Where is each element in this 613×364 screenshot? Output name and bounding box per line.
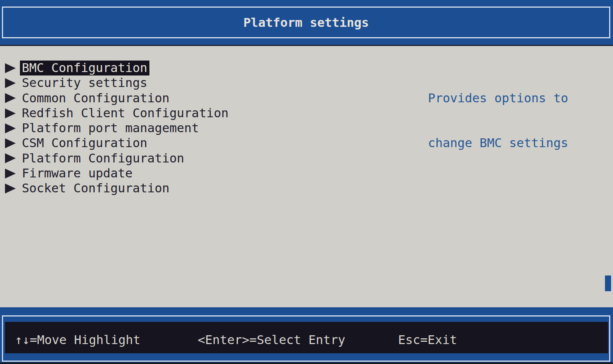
page-title: Platform settings <box>243 15 369 30</box>
menu-item-platform-port-management[interactable]: Platform port management <box>0 121 230 136</box>
menu-item-csm-configuration[interactable]: CSM Configuration <box>0 136 230 151</box>
submenu-arrow-icon <box>5 93 22 103</box>
submenu-arrow-icon <box>5 138 22 148</box>
menu-item-redfish-client-configuration[interactable]: Redfish Client Configuration <box>0 106 230 121</box>
menu-list: BMC Configuration Security settings Comm… <box>0 61 230 196</box>
menu-item-label: Platform port management <box>20 121 201 136</box>
submenu-arrow-icon <box>5 63 22 73</box>
menu-item-label: Platform Configuration <box>20 151 186 166</box>
title-frame: Platform settings <box>2 7 610 38</box>
submenu-arrow-icon <box>5 78 22 88</box>
menu-item-label: Socket Configuration <box>20 181 171 196</box>
footer-bottom-edge <box>0 362 613 364</box>
menu-item-label: CSM Configuration <box>20 136 149 151</box>
menu-item-label: Firmware update <box>20 166 134 181</box>
help-panel: Provides options to change BMC settings <box>428 61 568 181</box>
bios-setup-screen: Platform settings BMC Configuration Secu… <box>0 0 613 364</box>
menu-item-label: Common Configuration <box>20 91 171 106</box>
menu-item-platform-configuration[interactable]: Platform Configuration <box>0 151 230 166</box>
menu-item-common-configuration[interactable]: Common Configuration <box>0 91 230 106</box>
main-area: BMC Configuration Security settings Comm… <box>0 46 613 307</box>
menu-item-bmc-configuration[interactable]: BMC Configuration <box>0 61 230 75</box>
menu-item-label: Security settings <box>20 75 149 90</box>
help-text-line: change BMC settings <box>428 136 568 151</box>
title-bar: Platform settings <box>0 0 613 45</box>
hotkey-select-entry: <Enter>=Select Entry <box>198 322 345 356</box>
submenu-arrow-icon <box>5 169 22 179</box>
help-text-line: Provides options to <box>428 91 568 106</box>
footer-bar: ↑↓=Move Highlight <Enter>=Select Entry E… <box>0 307 613 364</box>
menu-item-firmware-update[interactable]: Firmware update <box>0 166 230 181</box>
hotkey-move-highlight: ↑↓=Move Highlight <box>15 322 141 356</box>
menu-item-label: BMC Configuration <box>20 61 149 75</box>
submenu-arrow-icon <box>5 153 22 163</box>
hotkey-box: ↑↓=Move Highlight <Enter>=Select Entry E… <box>5 322 608 353</box>
submenu-arrow-icon <box>5 108 22 118</box>
submenu-arrow-icon <box>5 123 22 133</box>
scrollbar-thumb[interactable] <box>605 275 612 292</box>
menu-item-label: Redfish Client Configuration <box>20 106 230 121</box>
submenu-arrow-icon <box>5 184 22 193</box>
menu-item-socket-configuration[interactable]: Socket Configuration <box>0 181 230 196</box>
menu-item-security-settings[interactable]: Security settings <box>0 75 230 90</box>
hotkey-exit: Esc=Exit <box>398 322 457 356</box>
